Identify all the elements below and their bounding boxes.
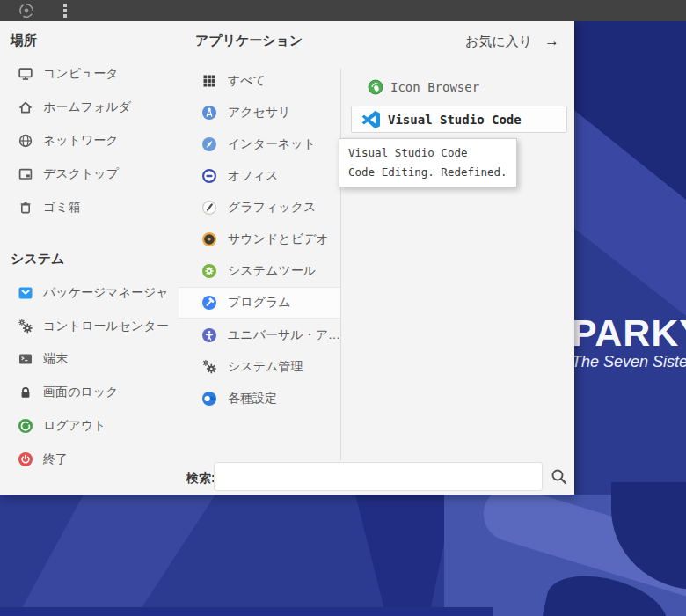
graphics-icon xyxy=(201,200,217,216)
category-all[interactable]: すべて xyxy=(179,65,340,97)
search-label: 検索: xyxy=(186,471,215,487)
search-input[interactable] xyxy=(214,462,543,491)
category-accessories[interactable]: アクセサリ xyxy=(179,97,340,128)
package-manager-icon xyxy=(18,285,33,301)
category-label: システムツール xyxy=(228,263,316,279)
category-preferences[interactable]: 各種設定 xyxy=(179,383,340,414)
icon-browser-icon xyxy=(368,79,383,95)
system-item-logout[interactable]: ログアウト xyxy=(18,415,106,436)
category-system-tools[interactable]: システムツール xyxy=(179,255,340,287)
favorites-header-label: お気に入り xyxy=(465,33,532,50)
places-header: 場所 xyxy=(11,33,37,49)
place-item-label: コンピュータ xyxy=(43,66,119,82)
system-item-shutdown[interactable]: 終了 xyxy=(18,449,68,470)
category-label: システム管理 xyxy=(228,359,303,375)
category-label: アクセサリ xyxy=(228,105,291,121)
app-tooltip: Visual Studio Code Code Editing. Redefin… xyxy=(339,138,517,187)
accessories-icon xyxy=(201,105,217,121)
vscode-icon xyxy=(362,111,380,128)
trash-icon xyxy=(18,200,33,216)
search-icon xyxy=(549,466,570,488)
desktop-icon xyxy=(18,166,33,182)
system-admin-icon xyxy=(201,359,217,375)
category-programming[interactable]: プログラム xyxy=(179,287,340,319)
computer-icon xyxy=(18,66,33,82)
place-item-home-folder[interactable]: ホームフォルダ xyxy=(18,97,131,118)
category-internet[interactable]: インターネット xyxy=(179,128,340,160)
preferences-icon xyxy=(201,391,217,407)
tooltip-title: Visual Studio Code xyxy=(348,143,507,163)
category-label: インターネット xyxy=(228,136,316,152)
sparky-menu-button[interactable] xyxy=(18,2,35,19)
category-label: すべて xyxy=(228,73,266,89)
wallpaper-shape xyxy=(0,607,493,616)
favorite-item-label: Visual Studio Code xyxy=(388,113,522,127)
system-item-lock-screen[interactable]: 画面のロック xyxy=(18,382,118,403)
applications-header: アプリケーション xyxy=(195,33,303,49)
category-label: ユニバーサル・ア… xyxy=(228,327,340,343)
terminal-icon xyxy=(18,351,33,367)
internet-icon xyxy=(201,136,217,152)
tooltip-subtitle: Code Editing. Redefined. xyxy=(348,163,507,182)
system-item-package-manager[interactable]: パッケージマネージャ xyxy=(18,282,169,304)
system-tools-icon xyxy=(201,263,217,279)
shutdown-icon xyxy=(18,451,33,467)
wallpaper-shape xyxy=(18,495,281,616)
category-office[interactable]: オフィス xyxy=(179,160,340,192)
wallpaper-tagline-text: The Seven Sisters xyxy=(572,353,686,371)
favorites-header[interactable]: お気に入り → xyxy=(465,33,559,50)
place-item-label: ネットワーク xyxy=(43,133,119,149)
system-item-label: 画面のロック xyxy=(43,385,118,400)
system-item-label: 終了 xyxy=(43,451,68,467)
category-universal-access[interactable]: ユニバーサル・ア… xyxy=(179,319,340,351)
place-item-trash[interactable]: ゴミ箱 xyxy=(18,197,81,218)
top-panel xyxy=(0,0,686,21)
column-separator xyxy=(340,69,341,460)
sparky-swirl-icon xyxy=(18,2,35,19)
place-item-label: デスクトップ xyxy=(43,166,119,182)
search-button[interactable] xyxy=(549,466,570,488)
category-label: グラフィックス xyxy=(228,200,316,216)
sound-video-icon xyxy=(201,231,217,247)
favorite-item-label: Icon Browser xyxy=(390,80,479,94)
favorite-item-icon-browser[interactable]: Icon Browser xyxy=(368,76,479,99)
system-item-label: ログアウト xyxy=(43,418,106,434)
network-icon xyxy=(18,133,33,149)
home-icon xyxy=(18,99,33,115)
place-item-label: ホームフォルダ xyxy=(43,99,131,115)
logout-icon xyxy=(18,418,33,434)
universal-access-icon xyxy=(201,327,217,343)
category-graphics[interactable]: グラフィックス xyxy=(179,192,340,224)
place-item-computer[interactable]: コンピュータ xyxy=(18,63,119,84)
category-label: オフィス xyxy=(228,168,278,184)
programming-icon xyxy=(201,295,217,311)
system-header: システム xyxy=(11,251,64,268)
system-item-label: パッケージマネージャ xyxy=(43,285,169,301)
category-label: プログラム xyxy=(228,295,291,311)
control-center-icon xyxy=(18,319,33,334)
system-item-label: コントロールセンター xyxy=(43,319,169,334)
system-item-terminal[interactable]: 端末 xyxy=(18,348,68,370)
application-menu-panel: 場所 アプリケーション システム コンピュータ ホームフォルダ ネットワーク xyxy=(0,21,574,495)
panel-menu-dots-icon[interactable] xyxy=(63,4,70,18)
category-label: サウンドとビデオ xyxy=(228,231,329,247)
place-item-desktop[interactable]: デスクトップ xyxy=(18,164,119,185)
category-system-admin[interactable]: システム管理 xyxy=(179,351,340,383)
all-apps-icon xyxy=(201,73,217,89)
office-icon xyxy=(201,168,217,184)
favorite-item-vscode[interactable]: Visual Studio Code xyxy=(351,106,567,133)
place-item-label: ゴミ箱 xyxy=(43,200,81,216)
system-item-label: 端末 xyxy=(43,351,68,367)
place-item-network[interactable]: ネットワーク xyxy=(18,130,119,151)
arrow-right-icon: → xyxy=(544,33,559,50)
category-label: 各種設定 xyxy=(228,391,277,407)
lock-icon xyxy=(18,385,33,400)
system-item-control-center[interactable]: コントロールセンター xyxy=(18,316,169,337)
category-sound-video[interactable]: サウンドとビデオ xyxy=(179,224,340,255)
